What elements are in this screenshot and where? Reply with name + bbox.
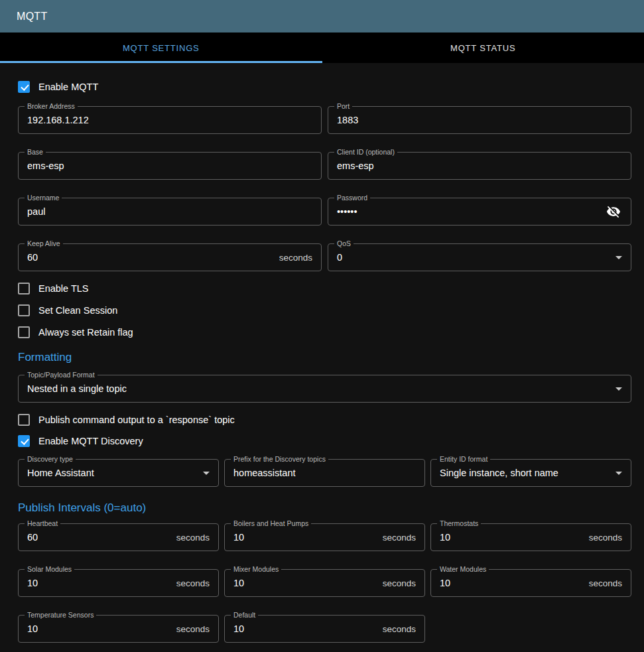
heartbeat-interval-input[interactable] (27, 532, 171, 543)
interval-unit: seconds (176, 578, 210, 588)
base-input[interactable] (27, 161, 312, 171)
retain-flag-label: Always set Retain flag (38, 326, 133, 339)
broker-address-label: Broker Address (25, 101, 78, 111)
default-interval-field: Default seconds (224, 615, 425, 643)
temperature-sensors-interval-input[interactable] (27, 623, 171, 634)
page-title: MQTT (17, 11, 48, 23)
interval-unit: seconds (383, 578, 416, 588)
mixer-modules-interval-input[interactable] (233, 578, 377, 588)
broker-address-field: Broker Address (18, 106, 322, 134)
solar-modules-interval-input[interactable] (27, 578, 171, 588)
default-interval-label: Default (231, 610, 258, 620)
discovery-prefix-field: Prefix for the Discovery topics (224, 459, 425, 487)
broker-address-input[interactable] (27, 115, 312, 125)
mqtt-settings-form: Enable MQTT Broker Address Port Base Cli… (0, 63, 644, 643)
publish-response-checkbox[interactable]: Publish command output to a `response` t… (18, 413, 235, 426)
publish-response-label: Publish command output to a `response` t… (38, 413, 235, 426)
broker-port-row: Broker Address Port (18, 106, 631, 134)
interval-unit: seconds (176, 533, 210, 543)
heartbeat-interval-label: Heartbeat (25, 519, 60, 529)
solar-modules-interval-label: Solar Modules (25, 564, 74, 574)
solar-modules-interval-field: Solar Modules seconds (18, 569, 219, 597)
username-label: Username (25, 193, 62, 203)
port-label: Port (334, 101, 352, 111)
enable-mqtt-checkbox[interactable]: Enable MQTT (18, 80, 98, 94)
tab-mqtt-settings-label: MQTT SETTINGS (123, 43, 200, 53)
chevron-down-icon (615, 472, 622, 475)
entity-id-format-select[interactable]: Entity ID format Single instance, short … (430, 459, 631, 487)
clean-session-checkbox[interactable]: Set Clean Session (18, 304, 117, 317)
client-id-label: Client ID (optional) (334, 147, 397, 157)
client-id-input[interactable] (337, 161, 622, 171)
discovery-prefix-input[interactable] (233, 468, 416, 478)
interval-unit: seconds (176, 624, 210, 634)
topic-payload-format-label: Topic/Payload Format (25, 370, 97, 380)
boilers-heat-pumps-interval-input[interactable] (233, 532, 377, 543)
discovery-type-label: Discovery type (25, 454, 76, 464)
keep-alive-input[interactable] (27, 252, 274, 263)
publish-intervals-heading: Publish Intervals (0=auto) (18, 501, 631, 515)
base-label: Base (25, 147, 46, 157)
discovery-type-value: Home Assistant (27, 468, 198, 478)
username-input[interactable] (27, 206, 312, 217)
interval-unit: seconds (589, 578, 622, 588)
credentials-row: Username Password (18, 198, 631, 226)
visibility-off-icon (606, 204, 621, 219)
discovery-prefix-label: Prefix for the Discovery topics (231, 454, 328, 464)
enable-tls-label: Enable TLS (38, 282, 89, 295)
app-header: MQTT (0, 0, 644, 33)
keep-alive-label: Keep Alive (25, 239, 63, 249)
chevron-down-icon (615, 387, 622, 391)
checkbox-unchecked-icon (18, 326, 30, 338)
qos-value: 0 (337, 252, 610, 263)
temperature-sensors-interval-label: Temperature Sensors (25, 610, 96, 620)
entity-id-format-value: Single instance, short name (440, 468, 610, 478)
topic-payload-format-value: Nested in a single topic (27, 383, 610, 394)
checkbox-unchecked-icon (18, 283, 30, 294)
keep-alive-field: Keep Alive seconds (18, 243, 322, 271)
base-clientid-row: Base Client ID (optional) (18, 152, 631, 180)
intervals-row-3: Temperature Sensors seconds Default seco… (18, 615, 631, 643)
toggle-password-visibility-button[interactable] (605, 203, 622, 220)
chevron-down-icon (615, 256, 622, 259)
interval-unit: seconds (383, 533, 416, 543)
checkbox-unchecked-icon (18, 304, 30, 316)
checkbox-checked-icon (18, 81, 30, 93)
clean-session-label: Set Clean Session (38, 304, 117, 317)
keepalive-qos-row: Keep Alive seconds QoS 0 (18, 243, 631, 271)
formatting-heading: Formatting (18, 351, 631, 364)
tab-mqtt-status-label: MQTT STATUS (450, 43, 515, 53)
client-id-field: Client ID (optional) (328, 152, 631, 180)
water-modules-interval-label: Water Modules (437, 564, 489, 574)
boilers-heat-pumps-interval-field: Boilers and Heat Pumps seconds (224, 523, 425, 551)
username-field: Username (18, 198, 322, 226)
entity-id-format-label: Entity ID format (437, 454, 490, 464)
password-input[interactable] (337, 206, 601, 217)
qos-label: QoS (334, 239, 354, 249)
default-interval-input[interactable] (233, 623, 377, 634)
thermostats-interval-input[interactable] (440, 532, 584, 543)
mixer-modules-interval-field: Mixer Modules seconds (224, 569, 425, 597)
discovery-type-select[interactable]: Discovery type Home Assistant (18, 459, 219, 487)
temperature-sensors-interval-field: Temperature Sensors seconds (18, 615, 219, 643)
password-label: Password (334, 193, 370, 203)
tab-mqtt-status[interactable]: MQTT STATUS (322, 33, 644, 63)
mixer-modules-interval-label: Mixer Modules (231, 564, 281, 574)
checkbox-unchecked-icon (18, 414, 30, 426)
port-field: Port (328, 106, 631, 134)
intervals-row-1: Heartbeat seconds Boilers and Heat Pumps… (18, 523, 631, 551)
tab-mqtt-settings[interactable]: MQTT SETTINGS (0, 33, 322, 63)
topic-payload-format-select[interactable]: Topic/Payload Format Nested in a single … (18, 375, 631, 403)
enable-tls-checkbox[interactable]: Enable TLS (18, 282, 89, 295)
keep-alive-unit: seconds (279, 253, 312, 263)
qos-select[interactable]: QoS 0 (328, 243, 631, 271)
enable-discovery-checkbox[interactable]: Enable MQTT Discovery (18, 434, 143, 448)
water-modules-interval-input[interactable] (440, 578, 584, 588)
base-field: Base (18, 152, 322, 180)
interval-unit: seconds (383, 624, 416, 634)
interval-unit: seconds (589, 533, 622, 543)
discovery-row: Discovery type Home Assistant Prefix for… (18, 459, 631, 487)
boilers-heat-pumps-interval-label: Boilers and Heat Pumps (231, 519, 311, 529)
retain-flag-checkbox[interactable]: Always set Retain flag (18, 326, 133, 339)
port-input[interactable] (337, 115, 622, 125)
